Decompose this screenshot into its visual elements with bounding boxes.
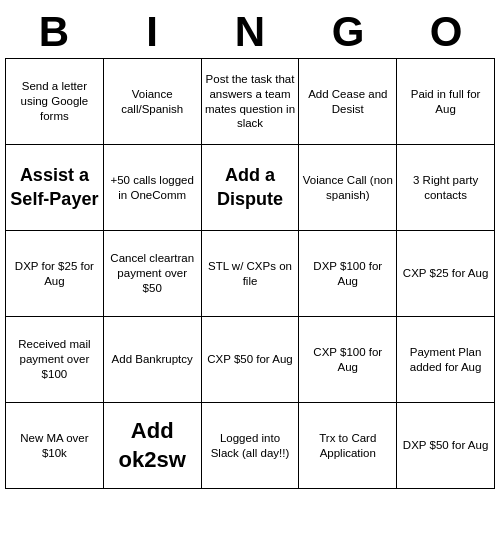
title-letter-g: G — [304, 8, 392, 56]
title-letter-i: I — [108, 8, 196, 56]
bingo-cell-11[interactable]: Cancel cleartran payment over $50 — [104, 231, 202, 317]
bingo-cell-6[interactable]: +50 calls logged in OneComm — [104, 145, 202, 231]
bingo-cell-20[interactable]: New MA over $10k — [6, 403, 104, 489]
bingo-cell-14[interactable]: CXP $25 for Aug — [397, 231, 495, 317]
bingo-grid: Send a letter using Google formsVoiance … — [5, 58, 495, 489]
bingo-container: BINGO Send a letter using Google formsVo… — [5, 8, 495, 489]
bingo-title: BINGO — [5, 8, 495, 56]
bingo-cell-23[interactable]: Trx to Card Application — [299, 403, 397, 489]
bingo-cell-24[interactable]: DXP $50 for Aug — [397, 403, 495, 489]
bingo-cell-22[interactable]: Logged into Slack (all day!!) — [202, 403, 300, 489]
bingo-cell-3[interactable]: Add Cease and Desist — [299, 59, 397, 145]
bingo-cell-13[interactable]: DXP $100 for Aug — [299, 231, 397, 317]
bingo-cell-15[interactable]: Received mail payment over $100 — [6, 317, 104, 403]
bingo-cell-2[interactable]: Post the task that answers a team mates … — [202, 59, 300, 145]
title-letter-o: O — [402, 8, 490, 56]
bingo-cell-10[interactable]: DXP for $25 for Aug — [6, 231, 104, 317]
bingo-cell-18[interactable]: CXP $100 for Aug — [299, 317, 397, 403]
bingo-cell-5[interactable]: Assist a Self-Payer — [6, 145, 104, 231]
bingo-cell-8[interactable]: Voiance Call (non spanish) — [299, 145, 397, 231]
bingo-cell-4[interactable]: Paid in full for Aug — [397, 59, 495, 145]
title-letter-b: B — [10, 8, 98, 56]
bingo-cell-7[interactable]: Add a Dispute — [202, 145, 300, 231]
title-letter-n: N — [206, 8, 294, 56]
bingo-cell-9[interactable]: 3 Right party contacts — [397, 145, 495, 231]
bingo-cell-17[interactable]: CXP $50 for Aug — [202, 317, 300, 403]
bingo-cell-1[interactable]: Voiance call/Spanish — [104, 59, 202, 145]
bingo-cell-19[interactable]: Payment Plan added for Aug — [397, 317, 495, 403]
bingo-cell-0[interactable]: Send a letter using Google forms — [6, 59, 104, 145]
bingo-cell-12[interactable]: STL w/ CXPs on file — [202, 231, 300, 317]
bingo-cell-16[interactable]: Add Bankruptcy — [104, 317, 202, 403]
bingo-cell-21[interactable]: Add ok2sw — [104, 403, 202, 489]
